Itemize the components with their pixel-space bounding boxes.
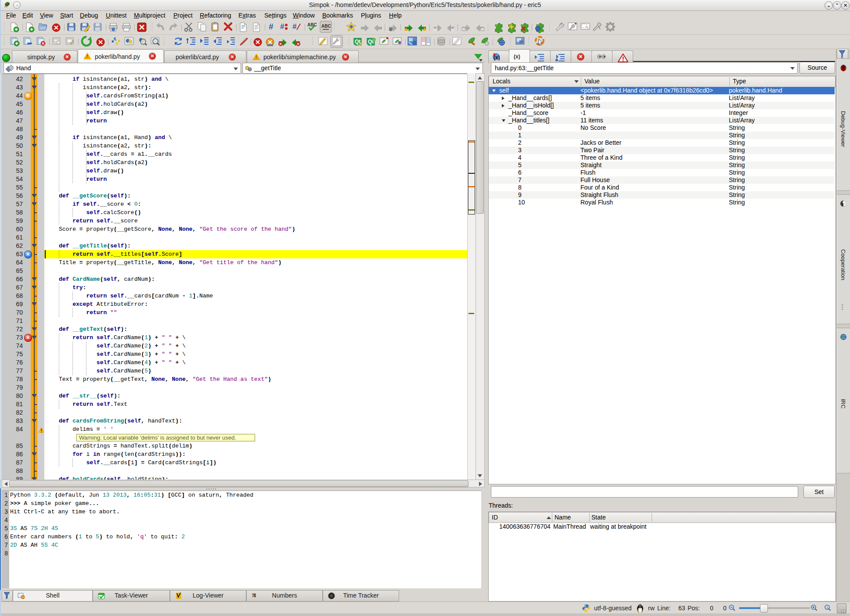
svg-text:ABC: ABC (321, 24, 331, 29)
svg-text:#: # (280, 22, 285, 31)
svg-text:ABC: ABC (307, 22, 317, 27)
svg-text:#: # (292, 22, 297, 31)
svg-text:Qt: Qt (355, 39, 360, 45)
svg-text:(x): (x) (493, 54, 500, 61)
svg-text:#: # (269, 22, 274, 31)
svg-text:(x): (x) (514, 54, 520, 60)
svg-text:1: 1 (826, 605, 828, 609)
